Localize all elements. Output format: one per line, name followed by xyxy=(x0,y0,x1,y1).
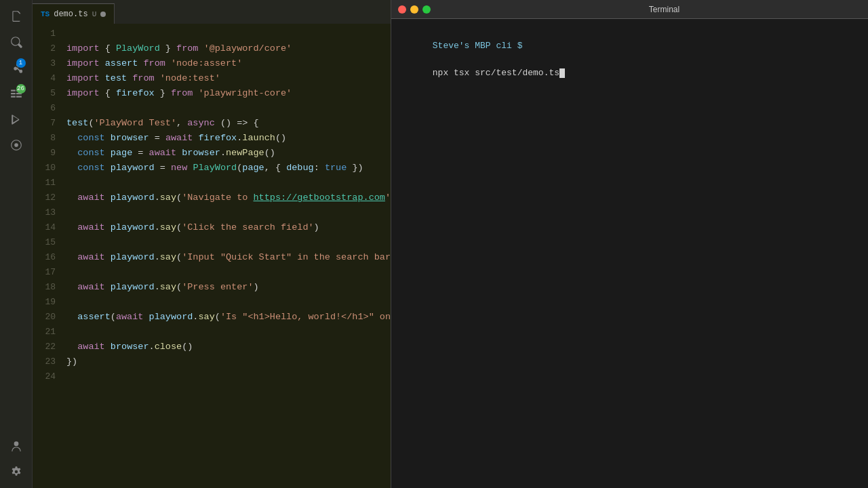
terminal-title: Terminal xyxy=(435,5,868,14)
code-line-21: 21 xyxy=(33,325,391,340)
code-line-11: 11 xyxy=(33,176,391,190)
terminal-panel: Terminal Steve's MBP cli $ npx tsx src/t… xyxy=(391,0,868,488)
code-line-2: 2 import { PlayWord } from '@playword/co… xyxy=(33,41,391,56)
code-line-22: 22 await browser.close() xyxy=(33,340,391,354)
extensions-icon[interactable]: 26 xyxy=(5,83,27,104)
code-line-12: 12 await playword.say('Navigate to https… xyxy=(33,190,391,205)
terminal-command-line: Steve's MBP cli $ npx tsx src/test/demo.… xyxy=(401,26,868,94)
code-line-13: 13 xyxy=(33,205,391,220)
settings-icon[interactable] xyxy=(5,461,27,483)
code-line-17: 17 xyxy=(33,265,391,280)
terminal-titlebar: Terminal xyxy=(391,0,868,19)
maximize-button[interactable] xyxy=(422,5,431,14)
code-editor[interactable]: 1 2 import { PlayWord } from '@playword/… xyxy=(33,24,391,488)
close-button[interactable] xyxy=(398,5,406,14)
terminal-body[interactable]: Steve's MBP cli $ npx tsx src/test/demo.… xyxy=(391,19,868,488)
code-line-10: 10 const playword = new PlayWord(page, {… xyxy=(33,161,391,176)
terminal-command-text: npx tsx src/test/demo.ts xyxy=(433,68,559,78)
code-line-9: 9 const page = await browser.newPage() xyxy=(33,146,391,161)
code-line-23: 23 }) xyxy=(33,354,391,369)
code-line-1: 1 xyxy=(33,26,391,41)
code-line-20: 20 assert(await playword.say('Is "<h1>He… xyxy=(33,310,391,325)
source-control-badge: 1 xyxy=(16,58,26,68)
tab-demo-ts[interactable]: TS demo.ts U xyxy=(33,3,115,24)
tab-modifier: U xyxy=(92,10,97,18)
sidebar: 1 26 xyxy=(0,0,33,488)
search-icon[interactable] xyxy=(5,31,27,53)
code-line-16: 16 await playword.say('Input "Quick Star… xyxy=(33,250,391,265)
editor-area: TS demo.ts U 1 2 import { PlayWord } fro… xyxy=(33,0,391,488)
code-line-8: 8 const browser = await firefox.launch() xyxy=(33,131,391,146)
svg-point-0 xyxy=(14,143,18,147)
code-line-18: 18 await playword.say('Press enter') xyxy=(33,280,391,295)
terminal-cursor xyxy=(559,68,565,78)
remote-explorer-icon[interactable] xyxy=(5,134,27,156)
tab-filename: demo.ts xyxy=(54,9,87,19)
tab-unsaved-dot xyxy=(100,12,106,17)
code-line-4: 4 import test from 'node:test' xyxy=(33,71,391,86)
code-line-5: 5 import { firefox } from 'playwright-co… xyxy=(33,86,391,101)
code-line-6: 6 xyxy=(33,101,391,116)
run-icon[interactable] xyxy=(5,108,27,130)
code-line-14: 14 await playword.say('Click the search … xyxy=(33,220,391,235)
code-line-19: 19 xyxy=(33,295,391,310)
code-line-15: 15 xyxy=(33,235,391,250)
terminal-command xyxy=(433,54,438,64)
code-line-24: 24 xyxy=(33,369,391,384)
sidebar-bottom xyxy=(5,435,27,488)
code-line-7: 7 test('PlayWord Test', async () => { xyxy=(33,116,391,131)
extensions-badge: 26 xyxy=(16,84,26,94)
terminal-prompt: Steve's MBP cli $ xyxy=(433,41,523,51)
files-icon[interactable] xyxy=(5,5,27,27)
source-control-icon[interactable]: 1 xyxy=(5,57,27,79)
minimize-button[interactable] xyxy=(410,5,418,14)
code-line-3: 3 import assert from 'node:assert' xyxy=(33,56,391,71)
account-icon[interactable] xyxy=(5,435,27,457)
ts-file-icon: TS xyxy=(41,10,50,18)
tab-bar: TS demo.ts U xyxy=(33,0,391,24)
